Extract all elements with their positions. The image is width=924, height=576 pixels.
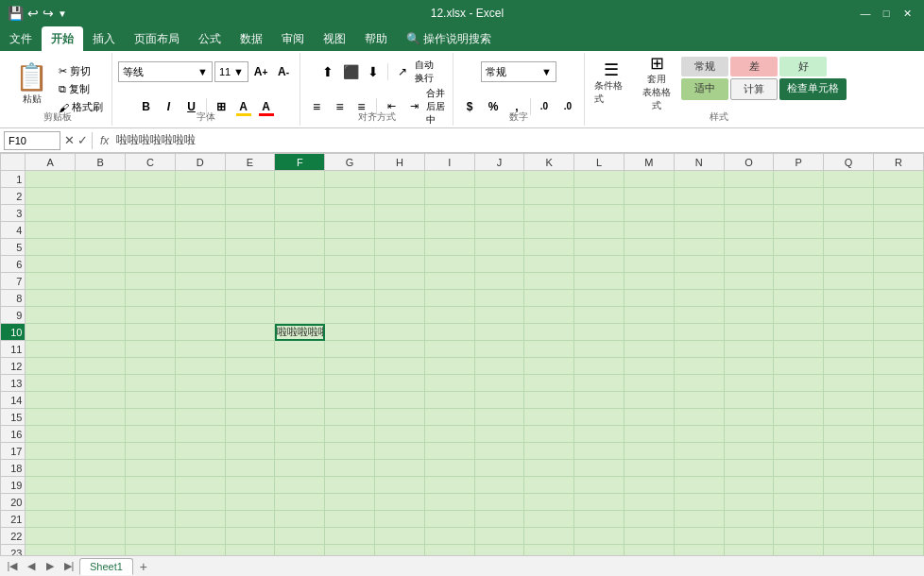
- align-middle-button[interactable]: ⬛: [340, 61, 361, 82]
- cell-A17[interactable]: [26, 443, 76, 460]
- cell-F14[interactable]: [275, 392, 325, 409]
- cell-E6[interactable]: [225, 256, 275, 273]
- cell-M11[interactable]: [624, 341, 674, 358]
- cell-K6[interactable]: [524, 256, 574, 273]
- cell-Q17[interactable]: [824, 443, 874, 460]
- cell-B18[interactable]: [76, 460, 126, 477]
- row-header-21[interactable]: 21: [1, 511, 26, 528]
- format-as-table-button[interactable]: ⊞ 套用 表格格式: [636, 57, 677, 110]
- cell-C8[interactable]: [125, 290, 175, 307]
- cell-I8[interactable]: [424, 290, 474, 307]
- cell-R9[interactable]: [873, 307, 923, 324]
- cell-Q12[interactable]: [824, 358, 874, 375]
- col-header-C[interactable]: C: [125, 154, 175, 171]
- cell-B19[interactable]: [76, 477, 126, 494]
- cell-E8[interactable]: [225, 290, 275, 307]
- cell-R17[interactable]: [873, 443, 923, 460]
- cell-I7[interactable]: [424, 273, 474, 290]
- cell-I14[interactable]: [424, 392, 474, 409]
- cell-L23[interactable]: [574, 545, 625, 556]
- row-header-5[interactable]: 5: [1, 239, 26, 256]
- cell-O20[interactable]: [724, 494, 774, 511]
- tab-insert[interactable]: 插入: [83, 26, 125, 51]
- cell-M16[interactable]: [624, 426, 674, 443]
- cell-F22[interactable]: [275, 528, 325, 545]
- cell-J11[interactable]: [474, 341, 524, 358]
- cell-E13[interactable]: [225, 375, 275, 392]
- cell-E5[interactable]: [225, 239, 275, 256]
- cell-D5[interactable]: [175, 239, 225, 256]
- cell-R8[interactable]: [873, 290, 923, 307]
- cell-N1[interactable]: [674, 171, 724, 188]
- tab-data[interactable]: 数据: [231, 26, 272, 51]
- cell-C21[interactable]: [125, 511, 175, 528]
- cell-G10[interactable]: [325, 324, 375, 341]
- cell-L10[interactable]: [574, 324, 625, 341]
- cell-E14[interactable]: [225, 392, 275, 409]
- customize-icon[interactable]: ▼: [58, 8, 67, 19]
- quick-access-toolbar[interactable]: 💾 ↩ ↪ ▼: [8, 6, 67, 21]
- cell-E20[interactable]: [225, 494, 275, 511]
- cell-A3[interactable]: [26, 205, 76, 222]
- cell-E22[interactable]: [225, 528, 275, 545]
- cell-O4[interactable]: [724, 222, 774, 239]
- cell-N15[interactable]: [674, 409, 724, 426]
- cell-G23[interactable]: [325, 545, 375, 556]
- cell-P2[interactable]: [774, 188, 824, 205]
- cell-reference-box[interactable]: F10: [4, 131, 60, 150]
- cell-E11[interactable]: [225, 341, 275, 358]
- cell-O7[interactable]: [724, 273, 774, 290]
- cell-A8[interactable]: [26, 290, 76, 307]
- cell-C16[interactable]: [125, 426, 175, 443]
- cell-Q5[interactable]: [824, 239, 874, 256]
- cell-O12[interactable]: [724, 358, 774, 375]
- cell-O11[interactable]: [724, 341, 774, 358]
- tab-formulas[interactable]: 公式: [189, 26, 231, 51]
- cell-B8[interactable]: [76, 290, 126, 307]
- cell-J19[interactable]: [474, 477, 524, 494]
- cell-J16[interactable]: [474, 426, 524, 443]
- cell-H7[interactable]: [374, 273, 424, 290]
- cell-B17[interactable]: [76, 443, 126, 460]
- cell-O14[interactable]: [724, 392, 774, 409]
- cancel-formula-icon[interactable]: ✕: [64, 133, 75, 147]
- confirm-formula-icon[interactable]: ✓: [77, 133, 88, 147]
- cell-B14[interactable]: [76, 392, 126, 409]
- cell-N19[interactable]: [674, 477, 724, 494]
- cell-O9[interactable]: [724, 307, 774, 324]
- cell-M5[interactable]: [624, 239, 674, 256]
- cell-C15[interactable]: [125, 409, 175, 426]
- cell-G21[interactable]: [325, 511, 375, 528]
- cell-R15[interactable]: [873, 409, 923, 426]
- cell-J20[interactable]: [474, 494, 524, 511]
- cell-E16[interactable]: [225, 426, 275, 443]
- cell-I10[interactable]: [424, 324, 474, 341]
- cell-P19[interactable]: [774, 477, 824, 494]
- cell-B1[interactable]: [76, 171, 126, 188]
- check-cell-style-button[interactable]: 检查单元格: [779, 78, 847, 100]
- cell-P18[interactable]: [774, 460, 824, 477]
- cell-N4[interactable]: [674, 222, 724, 239]
- cell-A16[interactable]: [26, 426, 76, 443]
- cell-P22[interactable]: [774, 528, 824, 545]
- cell-F7[interactable]: [275, 273, 325, 290]
- cell-H8[interactable]: [374, 290, 424, 307]
- cell-I23[interactable]: [424, 545, 474, 556]
- cell-C7[interactable]: [125, 273, 175, 290]
- cell-P17[interactable]: [774, 443, 824, 460]
- cell-A14[interactable]: [26, 392, 76, 409]
- cell-N5[interactable]: [674, 239, 724, 256]
- cell-J12[interactable]: [474, 358, 524, 375]
- cell-Q2[interactable]: [824, 188, 874, 205]
- cell-Q22[interactable]: [824, 528, 874, 545]
- cell-M9[interactable]: [624, 307, 674, 324]
- cell-K14[interactable]: [524, 392, 574, 409]
- align-top-button[interactable]: ⬆: [317, 61, 338, 82]
- cell-M13[interactable]: [624, 375, 674, 392]
- cell-K12[interactable]: [524, 358, 574, 375]
- cell-F15[interactable]: [275, 409, 325, 426]
- cell-A2[interactable]: [26, 188, 76, 205]
- cell-O8[interactable]: [724, 290, 774, 307]
- cell-Q6[interactable]: [824, 256, 874, 273]
- cell-F5[interactable]: [275, 239, 325, 256]
